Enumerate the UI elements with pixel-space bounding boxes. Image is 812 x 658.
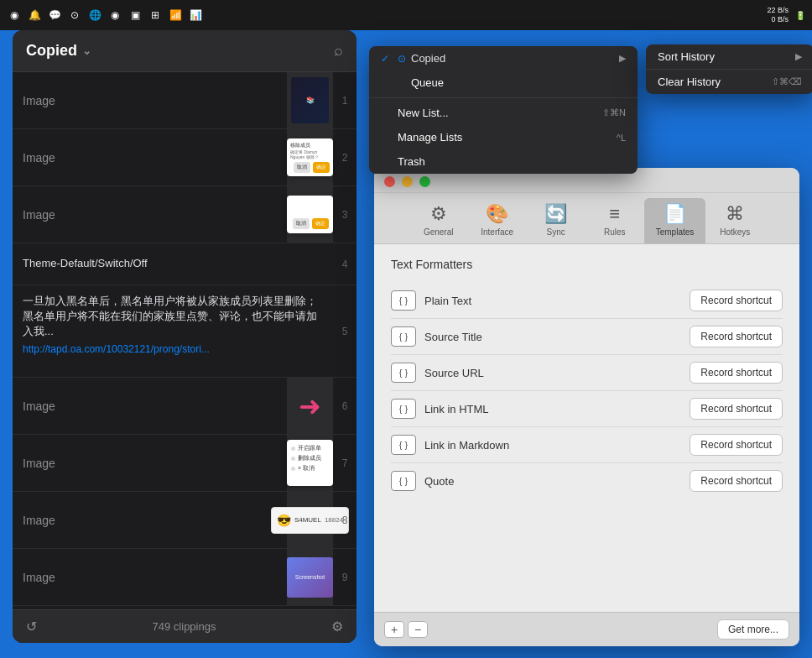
manage-lists-label: Manage Lists [398, 131, 617, 144]
dropdown-item-manage-lists[interactable]: ✓ Manage Lists ^L [369, 125, 638, 149]
clip-text-5: 一旦加入黑名单后，黑名单用户将被从家族成员列表里删除；黑名单用户将不能在我们的家… [13, 285, 333, 377]
list-item[interactable]: Image 取消 确定 3 [13, 186, 357, 243]
curly-braces-icon-6: { } [391, 471, 416, 491]
panel-footer: + − Get more... [374, 612, 799, 646]
get-more-button[interactable]: Get more... [717, 619, 789, 640]
clip-thumb-3: 取消 确定 [287, 186, 333, 243]
list-item[interactable]: Image 📚 1 [13, 72, 357, 129]
curly-braces-icon-1: { } [391, 290, 416, 311]
list-item[interactable]: Image 开启跟单 删除成员 × 取消 7 [13, 435, 357, 492]
sync-label: Sync [547, 227, 565, 237]
dropdown-item-new-list[interactable]: ✓ New List... ⇧⌘N [369, 101, 638, 125]
clip-label-2: Image [13, 129, 287, 185]
notification-icon: 🔔 [27, 8, 42, 23]
hotkeys-icon: ⌘ [726, 203, 744, 225]
formatter-label-link-html: Link in HTML [424, 403, 681, 415]
clip-label-3: Image [13, 186, 287, 243]
app-title: Copied ⌄ [26, 42, 91, 60]
clip-number-4: 4 [333, 243, 357, 285]
tab-hotkeys[interactable]: ⌘ Hotkeys [705, 198, 764, 243]
list-item[interactable]: Image 😎 S4MUEL 18824 8 [13, 492, 357, 549]
remove-formatter-button[interactable]: − [408, 621, 428, 638]
record-shortcut-link-html[interactable]: Record shortcut [690, 398, 783, 420]
general-label: General [424, 227, 454, 237]
formatter-row-plain-text: { } Plain Text Record shortcut [391, 283, 783, 319]
formatter-label-link-markdown: Link in Markdown [424, 439, 681, 452]
dropdown-item-trash[interactable]: ✓ Trash [369, 149, 638, 174]
formatter-row-link-html: { } Link in HTML Record shortcut [391, 391, 783, 427]
dropdown-menu: ✓ ⊙ Copied ▶ Sort History ▶ Clear Histor… [369, 46, 638, 174]
clip-number-3: 3 [333, 186, 357, 243]
formatter-row-link-markdown: { } Link in Markdown Record shortcut [391, 427, 783, 463]
record-shortcut-source-title[interactable]: Record shortcut [690, 326, 783, 347]
dropdown-label-queue: Queue [411, 76, 626, 89]
left-footer: ↺ 749 clippings ⚙ [13, 609, 357, 643]
maximize-button[interactable] [419, 176, 430, 187]
record-shortcut-source-url[interactable]: Record shortcut [690, 362, 783, 384]
templates-icon: 📄 [664, 203, 686, 225]
preferences-toolbar: ⚙ General 🎨 Interface 🔄 Sync ≡ Rules 📄 T… [374, 193, 799, 244]
refresh-icon[interactable]: ↺ [26, 619, 37, 634]
tab-interface[interactable]: 🎨 Interface [468, 198, 527, 243]
list-item[interactable]: 一旦加入黑名单后，黑名单用户将被从家族成员列表里删除；黑名单用户将不能在我们的家… [13, 285, 357, 378]
signal-icon-2: 📊 [188, 8, 203, 23]
search-button[interactable]: ⌕ [334, 42, 343, 60]
list-item[interactable]: Image 移除成员确定将 Damyn Nguyen 移除？ 取消 确定 2 [13, 129, 357, 186]
trash-label: Trash [398, 155, 626, 168]
sub-menu-item-clear[interactable]: Clear History ⇧⌘⌫ [646, 70, 812, 94]
sort-history-label: Sort History [658, 50, 795, 63]
preferences-panel: ⚙ General 🎨 Interface 🔄 Sync ≡ Rules 📄 T… [374, 168, 799, 646]
status-bar: ◉ 🔔 💬 ⊙ 🌐 ◉ ▣ ⊞ 📶 📊 22 B/s0 B/s 🔋 [0, 0, 812, 30]
section-title: Text Formatters [391, 258, 783, 271]
clear-shortcut: ⇧⌘⌫ [772, 76, 802, 87]
list-item[interactable]: Theme-Default/Switch/Off 4 [13, 243, 357, 285]
minimize-button[interactable] [402, 176, 413, 187]
dropdown-item-queue[interactable]: ✓ ⊙ Queue [369, 70, 638, 95]
settings-icon: ⊙ [67, 8, 82, 23]
sub-menu-item-sort[interactable]: Sort History ▶ [646, 44, 812, 69]
hotkeys-label: Hotkeys [720, 227, 750, 237]
filter-icon[interactable]: ⚙ [331, 619, 343, 634]
new-list-shortcut: ⇧⌘N [602, 107, 626, 118]
add-remove-controls: + − [384, 621, 428, 638]
copied-dot-icon: ⊙ [398, 53, 406, 65]
rules-icon: ≡ [609, 203, 620, 225]
close-button[interactable] [384, 176, 395, 187]
record-shortcut-link-markdown[interactable]: Record shortcut [690, 434, 783, 456]
clip-thumb-8: 😎 S4MUEL 18824 [287, 492, 333, 548]
list-item[interactable]: Image ➜ 6 [13, 378, 357, 435]
panel-content: Text Formatters { } Plain Text Record sh… [374, 244, 799, 612]
clip-number-2: 2 [333, 129, 357, 185]
check-icon: ✓ [381, 53, 398, 65]
dropdown-label-copied: Copied [411, 52, 612, 65]
tab-sync[interactable]: 🔄 Sync [527, 198, 586, 243]
tab-rules[interactable]: ≡ Rules [586, 198, 644, 243]
list-item[interactable]: Image Screenshot 9 [13, 549, 357, 606]
record-shortcut-plain-text[interactable]: Record shortcut [690, 290, 783, 311]
clip-thumb-7: 开启跟单 删除成员 × 取消 [287, 435, 333, 491]
interface-label: Interface [481, 227, 513, 237]
clip-number-1: 1 [333, 72, 357, 128]
clip-number-6: 6 [333, 378, 357, 434]
tab-templates[interactable]: 📄 Templates [644, 198, 706, 243]
clip-number-8: 8 [333, 492, 357, 548]
formatter-label-plain-text: Plain Text [424, 295, 681, 307]
clip-label-7: Image [13, 435, 287, 491]
dropdown-item-copied[interactable]: ✓ ⊙ Copied ▶ Sort History ▶ Clear Histor… [369, 46, 638, 70]
signal-icon-1: 📶 [168, 8, 183, 23]
new-list-label: New List... [398, 107, 602, 119]
clip-thumb-6: ➜ [287, 378, 333, 434]
sync-icon: 🔄 [544, 203, 567, 225]
tab-general[interactable]: ⚙ General [409, 198, 468, 243]
manage-lists-shortcut: ^L [617, 133, 626, 143]
add-formatter-button[interactable]: + [384, 621, 404, 638]
record-shortcut-quote[interactable]: Record shortcut [690, 470, 783, 492]
grid-icon: ⊞ [148, 8, 163, 23]
queue-check-icon: ✓ [381, 77, 398, 89]
chevron-down-icon[interactable]: ⌄ [82, 44, 91, 57]
formatter-label-quote: Quote [424, 475, 681, 488]
queue-dot-icon: ⊙ [398, 77, 406, 89]
submenu-arrow-icon: ▶ [619, 53, 626, 64]
left-panel: Copied ⌄ ⌕ Image 📚 1 Image 移除成员确定 [13, 30, 357, 643]
formatter-row-quote: { } Quote Record shortcut [391, 463, 783, 499]
